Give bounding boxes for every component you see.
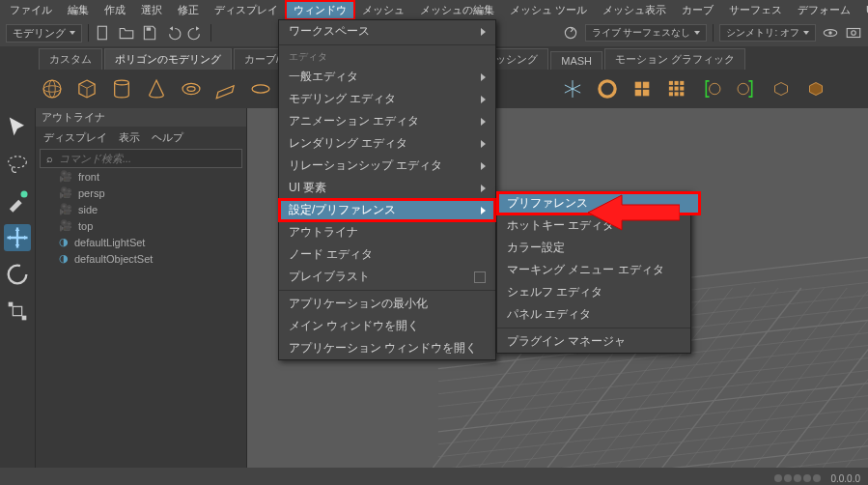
rotate-tool-icon[interactable] <box>4 261 31 288</box>
status-pager-dots <box>774 474 821 482</box>
submenu-arrow-icon <box>481 118 486 126</box>
menu-item[interactable]: プラグイン マネージャ <box>497 330 700 353</box>
menu-item[interactable]: メイン ウィンドウを開く <box>279 315 495 337</box>
cube-shaded-icon[interactable] <box>802 75 829 102</box>
menu-item[interactable]: 設定/プリファレンス <box>279 199 495 221</box>
ring-icon[interactable] <box>594 75 621 102</box>
symmetry-dropdown[interactable]: シンメトリ: オフ <box>719 24 816 42</box>
grid9-icon[interactable] <box>663 75 690 102</box>
submenu-arrow-icon <box>481 28 486 36</box>
svg-point-12 <box>187 87 195 92</box>
select-tool-icon[interactable] <box>4 114 31 141</box>
shelf-tab[interactable]: ポリゴンのモデリング <box>104 48 232 70</box>
snap-snowflake-icon[interactable] <box>559 75 586 102</box>
svg-point-7 <box>43 80 61 98</box>
menu-item[interactable]: パネル エディタ <box>497 303 700 326</box>
menu-item[interactable]: アプリケーション ウィンドウを開く <box>279 337 495 359</box>
outliner-menu-item[interactable]: ディスプレイ <box>43 130 107 145</box>
svg-point-13 <box>252 85 269 93</box>
menu-item[interactable]: アプリケーションの最小化 <box>279 293 495 315</box>
menu-item[interactable]: アニメーション エディタ <box>279 110 495 132</box>
shelf-tab[interactable]: カスタム <box>39 48 102 70</box>
menubar-item[interactable]: メッシュ表示 <box>595 1 674 19</box>
eye-icon[interactable] <box>822 24 839 42</box>
redo-icon[interactable] <box>187 24 205 42</box>
menubar-item[interactable]: ウィンドウ <box>286 1 354 19</box>
menu-item[interactable]: プレイブラスト <box>279 266 495 288</box>
outliner-menu-item[interactable]: ヘルプ <box>152 130 183 145</box>
bracket-left-icon[interactable] <box>698 75 725 102</box>
menu-item[interactable]: カラー設定 <box>497 237 700 259</box>
separator <box>713 24 714 42</box>
disc-icon[interactable] <box>247 75 274 102</box>
menubar-item[interactable]: サーフェス <box>721 1 790 19</box>
cube-small-icon[interactable] <box>768 75 795 102</box>
svg-rect-20 <box>675 81 679 85</box>
menu-item[interactable]: リレーションシップ エディタ <box>279 155 495 177</box>
menubar-item[interactable]: メッシュ <box>354 1 412 19</box>
outliner-item[interactable]: 🎥side <box>36 201 246 217</box>
svg-point-30 <box>9 157 27 168</box>
sphere-icon[interactable] <box>39 75 66 102</box>
menu-item[interactable]: シェルフ エディタ <box>497 281 700 303</box>
menubar-item[interactable]: ディスプレイ <box>207 1 286 19</box>
menubar-item[interactable]: ファイル <box>2 1 60 19</box>
svg-rect-35 <box>22 316 27 321</box>
svg-rect-33 <box>13 306 21 315</box>
cone-icon[interactable] <box>143 75 170 102</box>
menubar-item[interactable]: カーブ <box>674 1 721 19</box>
cylinder-icon[interactable] <box>108 75 135 102</box>
undo-icon[interactable] <box>164 24 182 42</box>
svg-point-6 <box>852 31 856 36</box>
scale-tool-icon[interactable] <box>4 298 31 325</box>
move-tool-icon[interactable] <box>4 224 31 251</box>
status-bar: 0.0.0.0 <box>0 468 868 485</box>
menubar-item[interactable]: メッシュ ツール <box>502 1 595 19</box>
live-surface-dropdown[interactable]: ライブ サーフェスなし <box>585 24 708 42</box>
save-scene-icon[interactable] <box>141 24 158 42</box>
menubar-item[interactable]: デフォーム <box>790 1 858 19</box>
svg-rect-27 <box>680 92 684 96</box>
cube-icon[interactable] <box>73 75 100 102</box>
menu-item[interactable]: レンダリング エディタ <box>279 132 495 155</box>
new-scene-icon[interactable] <box>95 24 112 42</box>
shelf-tab[interactable]: MASH <box>550 51 602 70</box>
menu-item[interactable]: 一般エディタ <box>279 66 495 88</box>
menubar-item[interactable]: 修正 <box>170 1 207 19</box>
outliner-item[interactable]: 🎥front <box>36 168 246 185</box>
outliner-item[interactable]: 🎥persp <box>36 185 246 201</box>
outliner-menu-item[interactable]: 表示 <box>119 130 140 145</box>
outliner-search-input[interactable] <box>57 152 236 165</box>
menu-item[interactable]: マーキング メニュー エディタ <box>497 259 700 281</box>
menu-item[interactable]: ワークスペース <box>279 20 495 43</box>
outliner-item[interactable]: 🎥top <box>36 217 246 234</box>
lasso-tool-icon[interactable] <box>4 151 31 178</box>
outliner-item[interactable]: ◑defaultLightSet <box>36 234 246 250</box>
svg-rect-25 <box>669 92 673 96</box>
render-icon[interactable] <box>845 24 862 42</box>
menu-item[interactable]: アウトライナ <box>279 221 495 243</box>
snap-reset-icon[interactable] <box>562 24 579 42</box>
menu-item[interactable]: ノード エディタ <box>279 243 495 266</box>
torus-icon[interactable] <box>178 75 205 102</box>
menubar-item[interactable]: 選択 <box>133 1 170 19</box>
outliner-item[interactable]: ◑defaultObjectSet <box>36 250 246 267</box>
shelf-tab[interactable]: モーション グラフィック <box>604 48 745 70</box>
bracket-right-icon[interactable] <box>733 75 760 102</box>
menubar-item[interactable]: メッシュの編集 <box>412 1 502 19</box>
plane-icon[interactable] <box>212 75 239 102</box>
menu-item[interactable]: UI 要素 <box>279 177 495 199</box>
menu-item-label: シェルフ エディタ <box>507 284 602 300</box>
svg-rect-22 <box>669 87 673 91</box>
menu-item[interactable]: プリファレンス <box>497 192 700 214</box>
menubar-item[interactable]: 作成 <box>97 1 133 19</box>
grid4-icon[interactable] <box>629 75 656 102</box>
menubar-item[interactable]: 編集 <box>60 1 97 19</box>
paint-tool-icon[interactable] <box>4 187 31 214</box>
menu-item[interactable]: ホットキー エディタ <box>497 214 700 237</box>
menubar-item[interactable]: UV <box>858 2 868 17</box>
menu-item[interactable]: モデリング エディタ <box>279 88 495 110</box>
open-scene-icon[interactable] <box>118 24 135 42</box>
workspace-mode-dropdown[interactable]: モデリング <box>6 24 82 43</box>
svg-point-11 <box>182 83 200 94</box>
